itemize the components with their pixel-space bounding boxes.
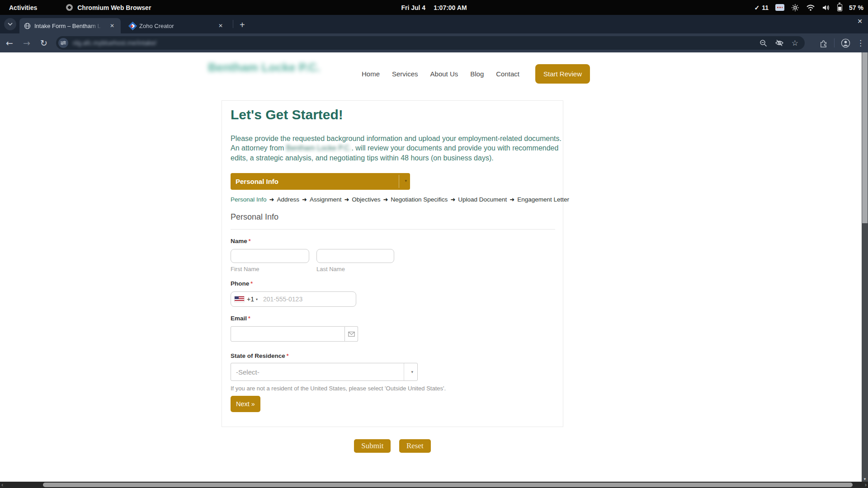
battery-percent: 57 % bbox=[849, 4, 863, 11]
scroll-left-arrow-icon[interactable]: ‹ bbox=[1, 482, 3, 488]
state-helper-text: If you are not a resident of the United … bbox=[231, 385, 446, 392]
select-caret-icon[interactable]: ▾ bbox=[411, 370, 413, 374]
phone-label: Phone* bbox=[231, 280, 253, 287]
form-steps-breadcrumb: Personal Info➜Address➜Assignment➜Objecti… bbox=[231, 196, 569, 203]
tab-intake-form[interactable]: Intake Form – Bentham L ✕ bbox=[19, 18, 121, 33]
email-input[interactable] bbox=[231, 326, 345, 342]
site-info-icon[interactable] bbox=[58, 38, 68, 48]
step-personal-info[interactable]: Personal Info bbox=[231, 196, 267, 203]
intro-text: Please provide the requested background … bbox=[231, 134, 566, 163]
clock[interactable]: Fri Jul 4 1:07:00 AM bbox=[401, 4, 467, 11]
menu-kebab-icon[interactable]: ⋮ bbox=[857, 38, 864, 47]
brightness-icon bbox=[791, 4, 799, 12]
webpage-viewport: Bentham Locke P.C. Home Services About U… bbox=[0, 52, 862, 482]
name-label-text: Name bbox=[231, 238, 247, 244]
first-name-sublabel: First Name bbox=[231, 266, 259, 272]
arrow-separator-icon: ➜ bbox=[383, 196, 388, 203]
tab-close-button[interactable]: ✕ bbox=[217, 22, 225, 30]
arrow-separator-icon: ➜ bbox=[344, 196, 349, 203]
address-bar[interactable]: nlg.afc.mybluehost.me/intake/ ☆ bbox=[56, 36, 805, 50]
reload-button[interactable]: ↻ bbox=[36, 35, 52, 51]
reset-button[interactable]: Reset bbox=[399, 439, 431, 453]
window-close-button[interactable]: ✕ bbox=[857, 18, 863, 25]
vertical-scrollbar[interactable]: ▼ bbox=[862, 52, 868, 482]
nav-home[interactable]: Home bbox=[362, 70, 380, 78]
start-review-button[interactable]: Start Review bbox=[535, 64, 590, 84]
chevron-down-icon bbox=[8, 23, 13, 26]
profile-avatar-icon[interactable] bbox=[841, 38, 850, 48]
submit-button[interactable]: Submit bbox=[354, 439, 391, 453]
back-button[interactable]: ← bbox=[2, 35, 17, 51]
system-tray[interactable]: ✓ 11 bbox=[755, 4, 863, 12]
form-actions: Submit Reset bbox=[222, 439, 563, 453]
check-icon: ✓ bbox=[755, 4, 760, 11]
nav-contact[interactable]: Contact bbox=[496, 70, 519, 78]
zoho-creator-favicon bbox=[128, 22, 137, 30]
required-asterisk: * bbox=[287, 353, 289, 359]
state-select-value: -Select- bbox=[236, 363, 259, 381]
nav-about-us[interactable]: About Us bbox=[430, 70, 458, 78]
eye-hidden-icon[interactable] bbox=[775, 39, 784, 47]
vertical-scrollbar-thumb[interactable] bbox=[862, 52, 868, 223]
arrow-separator-icon: ➜ bbox=[302, 196, 307, 203]
required-asterisk: * bbox=[248, 315, 250, 322]
intake-form-card: Let's Get Started! Please provide the re… bbox=[222, 100, 563, 427]
state-label-text: State of Residence bbox=[231, 352, 285, 359]
site-header: Bentham Locke P.C. Home Services About U… bbox=[0, 52, 862, 95]
required-asterisk: * bbox=[249, 238, 251, 244]
zoom-icon[interactable] bbox=[760, 39, 767, 47]
horizontal-scrollbar[interactable]: ‹ › bbox=[0, 482, 868, 488]
us-flag-icon[interactable] bbox=[235, 296, 244, 302]
step-assignment[interactable]: Assignment bbox=[310, 196, 342, 203]
activities-button[interactable]: Activities bbox=[6, 3, 40, 12]
accordion-divider bbox=[399, 175, 399, 188]
step-objectives[interactable]: Objectives bbox=[352, 196, 380, 203]
accordion-caret-icon[interactable]: ▾ bbox=[405, 178, 407, 183]
updates-count: 11 bbox=[762, 4, 769, 11]
step-negotiation-specifics[interactable]: Negotiation Specifics bbox=[391, 196, 448, 203]
last-name-input[interactable] bbox=[316, 249, 394, 263]
arrow-separator-icon: ➜ bbox=[269, 196, 274, 203]
desktop: Activities Chromium Web Browser Fri Jul … bbox=[0, 0, 868, 488]
url-text[interactable]: nlg.afc.mybluehost.me/intake/ bbox=[73, 39, 156, 47]
clock-date: Fri Jul 4 bbox=[401, 4, 425, 11]
firm-name-blurred: Bentham Locke P.C. bbox=[286, 144, 352, 152]
section-accordion-header[interactable]: Personal Info ▾ bbox=[231, 173, 410, 190]
focused-app-name[interactable]: Chromium Web Browser bbox=[77, 4, 151, 11]
arrow-separator-icon: ➜ bbox=[509, 196, 514, 203]
scroll-right-arrow-icon[interactable]: › bbox=[865, 482, 867, 488]
nav-blog[interactable]: Blog bbox=[470, 70, 484, 78]
required-asterisk: * bbox=[250, 281, 253, 287]
step-address[interactable]: Address bbox=[277, 196, 299, 203]
step-upload-document[interactable]: Upload Document bbox=[458, 196, 507, 203]
tab-search-button[interactable] bbox=[4, 18, 16, 30]
tab-zoho-creator[interactable]: Zoho Creator ✕ bbox=[125, 18, 229, 33]
first-name-input[interactable] bbox=[231, 249, 309, 263]
bookmark-star-icon[interactable]: ☆ bbox=[792, 38, 798, 47]
volume-icon bbox=[822, 4, 830, 11]
system-top-bar: Activities Chromium Web Browser Fri Jul … bbox=[0, 0, 868, 15]
scroll-down-arrow-icon[interactable]: ▼ bbox=[862, 477, 868, 481]
envelope-icon bbox=[348, 332, 355, 337]
nav-services[interactable]: Services bbox=[392, 70, 418, 78]
horizontal-scrollbar-thumb[interactable] bbox=[43, 483, 853, 487]
email-suffix-button[interactable] bbox=[345, 326, 358, 342]
new-tab-button[interactable]: + bbox=[240, 20, 245, 29]
name-label: Name* bbox=[231, 238, 250, 244]
next-button[interactable]: Next » bbox=[231, 396, 260, 412]
tune-icon bbox=[61, 41, 66, 45]
dial-code[interactable]: +1 bbox=[247, 296, 254, 303]
tab-divider bbox=[233, 20, 233, 28]
extensions-icon[interactable] bbox=[819, 39, 828, 47]
step-engagement-letter[interactable]: Engagement Letter bbox=[517, 196, 569, 203]
site-logo[interactable]: Bentham Locke P.C. bbox=[208, 61, 320, 75]
phone-input[interactable]: +1 ▾ 201-555-0123 bbox=[231, 291, 356, 307]
arrow-separator-icon: ➜ bbox=[450, 196, 455, 203]
state-select[interactable]: -Select- ▾ bbox=[231, 363, 418, 381]
tab-close-button[interactable]: ✕ bbox=[108, 22, 116, 30]
email-label-text: Email bbox=[231, 315, 247, 322]
browser-toolbar: ← → ↻ nlg.afc.mybluehost.me/intake/ bbox=[0, 33, 868, 52]
dial-caret-icon[interactable]: ▾ bbox=[256, 297, 258, 301]
last-name-sublabel: Last Name bbox=[316, 266, 345, 272]
forward-button[interactable]: → bbox=[19, 35, 34, 51]
